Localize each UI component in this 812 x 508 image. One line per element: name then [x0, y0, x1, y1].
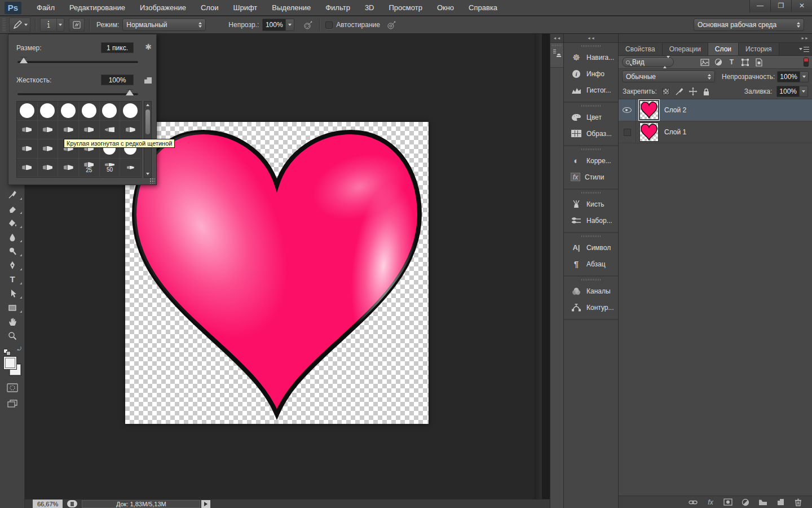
menu-edit[interactable]: Редактирование	[62, 0, 133, 16]
brush-dropdown-arrow[interactable]	[57, 18, 64, 32]
link-layers-icon[interactable]	[688, 498, 698, 507]
layer-thumbnail[interactable]	[639, 100, 659, 120]
lock-all-icon[interactable]	[702, 87, 711, 96]
dodge-tool[interactable]	[1, 244, 24, 258]
canvas[interactable]	[125, 122, 429, 424]
brush-preset[interactable]	[58, 159, 79, 178]
layer-opacity-dropdown[interactable]	[800, 71, 809, 82]
workspace-select[interactable]: Основная рабочая среда	[694, 19, 804, 31]
zoom-tool[interactable]	[1, 329, 24, 343]
scroll-down-icon[interactable]	[146, 173, 149, 175]
autoerase-checkbox[interactable]	[325, 21, 333, 29]
rectangle-tool[interactable]	[1, 300, 24, 314]
tablet-pressure-opacity-button[interactable]	[302, 19, 315, 31]
brush-preset[interactable]	[79, 121, 100, 140]
brush-preset[interactable]	[58, 102, 79, 121]
brush-preset[interactable]	[38, 121, 59, 140]
tool-preset-picker[interactable]	[9, 17, 30, 32]
brush-preset[interactable]	[17, 139, 38, 159]
layer-fill-control[interactable]: 100%	[776, 86, 808, 97]
brush-preset[interactable]	[17, 121, 38, 140]
layer-fill-value[interactable]: 100%	[776, 86, 800, 97]
blur-tool[interactable]	[1, 230, 24, 244]
menu-image[interactable]: Изображение	[133, 0, 193, 16]
layer-name[interactable]: Слой 1	[664, 128, 686, 136]
blend-mode-select[interactable]: Нормальный	[122, 19, 206, 31]
layer-fill-dropdown[interactable]	[800, 86, 808, 97]
layer-row-1[interactable]: Слой 1	[619, 121, 812, 143]
type-tool[interactable]: T	[1, 272, 24, 286]
panel-button-info[interactable]: i Инфо	[564, 65, 618, 82]
visibility-cell[interactable]	[619, 99, 636, 121]
status-menu-arrow[interactable]	[201, 500, 210, 508]
rail-collapse-arrows[interactable]: ◄◄	[550, 34, 563, 43]
size-slider[interactable]	[17, 61, 138, 63]
layer-blend-mode-select[interactable]: Обычные	[622, 71, 715, 82]
panel-button-brush[interactable]: Кисть	[564, 196, 618, 212]
menu-window[interactable]: Окно	[430, 0, 461, 16]
panel-button-adjustments[interactable]: ◐ Корре...	[564, 152, 618, 169]
popup-resize-grip[interactable]	[149, 178, 155, 183]
quick-mask-icon[interactable]	[6, 383, 19, 393]
panel-button-paragraph[interactable]: ¶ Абзац	[564, 256, 618, 272]
rail-collapse-arrows[interactable]: ◄◄	[564, 34, 618, 43]
opacity-control[interactable]: 100%	[262, 19, 294, 31]
brush-preset[interactable]: 50	[100, 159, 121, 178]
path-selection-tool[interactable]	[1, 286, 24, 300]
minimize-button[interactable]: —	[749, 0, 770, 12]
layer-opacity-control[interactable]: 100%	[777, 71, 809, 82]
menu-file[interactable]: Файл	[29, 0, 62, 16]
layer-name[interactable]: Слой 2	[664, 106, 686, 114]
brush-size-picker[interactable]: 1	[40, 18, 64, 32]
visibility-cell[interactable]	[619, 121, 636, 143]
scrollbar-thumb[interactable]	[145, 110, 150, 134]
status-doc-icon[interactable]	[67, 500, 77, 507]
opacity-value[interactable]: 100%	[262, 19, 286, 31]
menu-layers[interactable]: Слои	[193, 0, 226, 16]
scroll-up-icon[interactable]	[146, 104, 149, 106]
delete-layer-trash-icon[interactable]	[793, 498, 803, 507]
menu-select[interactable]: Выделение	[264, 0, 318, 16]
new-group-icon[interactable]	[758, 498, 768, 507]
filter-shape-layers-icon[interactable]	[740, 58, 750, 67]
tab-actions[interactable]: Операции	[663, 43, 708, 55]
restore-button[interactable]: ❐	[770, 0, 791, 12]
hardness-slider-thumb[interactable]	[126, 89, 134, 95]
brush-preset[interactable]	[100, 102, 121, 121]
gradient-tool[interactable]	[1, 216, 24, 230]
new-layer-icon[interactable]	[775, 498, 785, 507]
toggle-brush-panel-button[interactable]	[69, 18, 85, 32]
opacity-dropdown[interactable]	[286, 19, 294, 31]
panel-button-character[interactable]: A| Символ	[564, 239, 618, 256]
brush-preset[interactable]	[58, 121, 79, 140]
panel-button-styles[interactable]: fx Стили	[564, 169, 618, 185]
layer-row-2[interactable]: Слой 2	[619, 99, 812, 121]
brush-preset[interactable]	[17, 102, 38, 121]
gear-icon[interactable]: ✱	[145, 42, 152, 51]
document-scrollbar[interactable]	[535, 34, 542, 499]
brush-preset[interactable]	[38, 159, 59, 178]
tablet-pressure-size-button[interactable]	[386, 19, 398, 31]
screen-mode-icon[interactable]	[6, 398, 19, 409]
panel-button-paths[interactable]: Контур...	[564, 299, 618, 316]
filter-type-select[interactable]: Вид	[622, 57, 674, 67]
brush-preset[interactable]	[38, 139, 59, 159]
lock-transparency-icon[interactable]	[661, 87, 670, 96]
filter-type-layers-icon[interactable]: T	[727, 58, 736, 67]
menu-help[interactable]: Справка	[461, 0, 505, 16]
brush-preset[interactable]	[100, 121, 121, 140]
brush-preset[interactable]: 25	[79, 159, 100, 178]
hardness-value-field[interactable]: 100%	[101, 75, 134, 85]
panel-button-histogram[interactable]: Гистог...	[564, 82, 618, 98]
filter-pixel-layers-icon[interactable]	[700, 58, 709, 67]
panel-menu-button[interactable]	[799, 46, 809, 52]
brush-preset[interactable]	[120, 102, 141, 121]
brush-preset[interactable]	[17, 159, 38, 178]
lock-pixels-icon[interactable]	[675, 87, 684, 96]
menu-view[interactable]: Просмотр	[382, 0, 430, 16]
menu-filter[interactable]: Фильтр	[318, 0, 358, 16]
zoom-level-field[interactable]: 66,67%	[33, 500, 63, 508]
tab-layers[interactable]: Слои	[708, 43, 739, 55]
layer-thumbnail[interactable]	[639, 122, 659, 142]
panel-button-color[interactable]: Цвет	[564, 109, 618, 125]
